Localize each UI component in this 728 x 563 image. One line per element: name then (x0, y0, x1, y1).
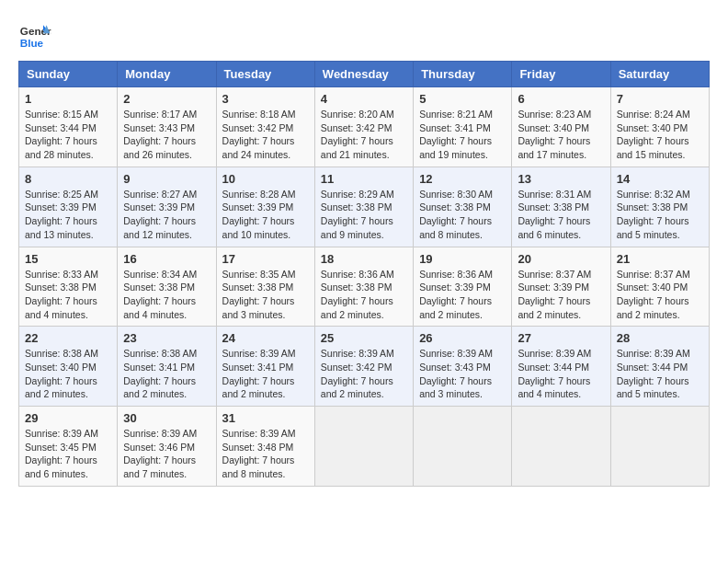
calendar-cell: 22Sunrise: 8:38 AMSunset: 3:40 PMDayligh… (19, 327, 118, 407)
calendar-cell: 13Sunrise: 8:31 AMSunset: 3:38 PMDayligh… (512, 167, 610, 247)
header-day-monday: Monday (118, 62, 216, 87)
calendar-cell: 30Sunrise: 8:39 AMSunset: 3:46 PMDayligh… (118, 407, 216, 487)
day-number: 21 (617, 252, 703, 266)
calendar-cell: 19Sunrise: 8:36 AMSunset: 3:39 PMDayligh… (414, 247, 512, 327)
cell-info: Sunrise: 8:39 AMSunset: 3:42 PMDaylight:… (321, 347, 407, 401)
calendar-cell: 17Sunrise: 8:35 AMSunset: 3:38 PMDayligh… (216, 247, 314, 327)
day-number: 13 (518, 172, 604, 186)
calendar-table: SundayMondayTuesdayWednesdayThursdayFrid… (18, 61, 710, 487)
week-row-4: 22Sunrise: 8:38 AMSunset: 3:40 PMDayligh… (19, 327, 710, 407)
calendar-cell: 7Sunrise: 8:24 AMSunset: 3:40 PMDaylight… (610, 87, 709, 167)
cell-info: Sunrise: 8:35 AMSunset: 3:38 PMDaylight:… (222, 268, 309, 322)
day-number: 16 (123, 252, 210, 266)
day-number: 22 (25, 331, 111, 345)
calendar-cell: 2Sunrise: 8:17 AMSunset: 3:43 PMDaylight… (118, 87, 216, 167)
day-number: 1 (25, 92, 111, 106)
calendar-cell: 9Sunrise: 8:27 AMSunset: 3:39 PMDaylight… (118, 167, 216, 247)
cell-info: Sunrise: 8:25 AMSunset: 3:39 PMDaylight:… (25, 188, 111, 242)
cell-info: Sunrise: 8:23 AMSunset: 3:40 PMDaylight:… (518, 108, 604, 162)
day-number: 30 (123, 411, 210, 425)
calendar-cell: 5Sunrise: 8:21 AMSunset: 3:41 PMDaylight… (414, 87, 512, 167)
cell-info: Sunrise: 8:31 AMSunset: 3:38 PMDaylight:… (518, 188, 604, 242)
day-number: 7 (617, 92, 703, 106)
week-row-1: 1Sunrise: 8:15 AMSunset: 3:44 PMDaylight… (19, 87, 710, 167)
cell-info: Sunrise: 8:28 AMSunset: 3:39 PMDaylight:… (222, 188, 309, 242)
calendar-cell (414, 407, 512, 487)
cell-info: Sunrise: 8:32 AMSunset: 3:38 PMDaylight:… (617, 188, 703, 242)
logo-icon: General Blue (18, 18, 51, 52)
day-number: 18 (321, 252, 407, 266)
week-row-2: 8Sunrise: 8:25 AMSunset: 3:39 PMDaylight… (19, 167, 710, 247)
calendar-cell: 11Sunrise: 8:29 AMSunset: 3:38 PMDayligh… (314, 167, 413, 247)
day-number: 28 (617, 331, 703, 345)
day-number: 19 (419, 252, 506, 266)
day-number: 2 (123, 92, 210, 106)
cell-info: Sunrise: 8:20 AMSunset: 3:42 PMDaylight:… (321, 108, 407, 162)
day-number: 11 (321, 172, 407, 186)
cell-info: Sunrise: 8:39 AMSunset: 3:41 PMDaylight:… (222, 347, 309, 401)
day-number: 23 (123, 331, 210, 345)
calendar-cell: 29Sunrise: 8:39 AMSunset: 3:45 PMDayligh… (19, 407, 118, 487)
calendar-cell: 27Sunrise: 8:39 AMSunset: 3:44 PMDayligh… (512, 327, 610, 407)
header-day-friday: Friday (512, 62, 610, 87)
cell-info: Sunrise: 8:30 AMSunset: 3:38 PMDaylight:… (419, 188, 506, 242)
calendar-cell: 3Sunrise: 8:18 AMSunset: 3:42 PMDaylight… (216, 87, 314, 167)
calendar-cell (314, 407, 413, 487)
calendar-cell: 21Sunrise: 8:37 AMSunset: 3:40 PMDayligh… (610, 247, 709, 327)
day-number: 9 (123, 172, 210, 186)
cell-info: Sunrise: 8:27 AMSunset: 3:39 PMDaylight:… (123, 188, 210, 242)
calendar-cell: 8Sunrise: 8:25 AMSunset: 3:39 PMDaylight… (19, 167, 118, 247)
day-number: 15 (25, 252, 111, 266)
day-number: 8 (25, 172, 111, 186)
cell-info: Sunrise: 8:34 AMSunset: 3:38 PMDaylight:… (123, 268, 210, 322)
day-number: 26 (419, 331, 506, 345)
cell-info: Sunrise: 8:37 AMSunset: 3:39 PMDaylight:… (518, 268, 604, 322)
calendar-cell: 1Sunrise: 8:15 AMSunset: 3:44 PMDaylight… (19, 87, 118, 167)
cell-info: Sunrise: 8:36 AMSunset: 3:38 PMDaylight:… (321, 268, 407, 322)
calendar-cell: 24Sunrise: 8:39 AMSunset: 3:41 PMDayligh… (216, 327, 314, 407)
day-number: 17 (222, 252, 309, 266)
day-number: 20 (518, 252, 604, 266)
cell-info: Sunrise: 8:39 AMSunset: 3:46 PMDaylight:… (123, 427, 210, 481)
day-number: 12 (419, 172, 506, 186)
cell-info: Sunrise: 8:38 AMSunset: 3:41 PMDaylight:… (123, 347, 210, 401)
week-row-3: 15Sunrise: 8:33 AMSunset: 3:38 PMDayligh… (19, 247, 710, 327)
cell-info: Sunrise: 8:21 AMSunset: 3:41 PMDaylight:… (419, 108, 506, 162)
calendar-cell: 15Sunrise: 8:33 AMSunset: 3:38 PMDayligh… (19, 247, 118, 327)
day-number: 24 (222, 331, 309, 345)
cell-info: Sunrise: 8:29 AMSunset: 3:38 PMDaylight:… (321, 188, 407, 242)
header-day-saturday: Saturday (610, 62, 709, 87)
day-number: 25 (321, 331, 407, 345)
calendar-cell: 6Sunrise: 8:23 AMSunset: 3:40 PMDaylight… (512, 87, 610, 167)
cell-info: Sunrise: 8:39 AMSunset: 3:44 PMDaylight:… (518, 347, 604, 401)
day-number: 31 (222, 411, 309, 425)
cell-info: Sunrise: 8:17 AMSunset: 3:43 PMDaylight:… (123, 108, 210, 162)
header-day-tuesday: Tuesday (216, 62, 314, 87)
calendar-cell: 25Sunrise: 8:39 AMSunset: 3:42 PMDayligh… (314, 327, 413, 407)
calendar-cell: 4Sunrise: 8:20 AMSunset: 3:42 PMDaylight… (314, 87, 413, 167)
day-number: 5 (419, 92, 506, 106)
calendar-cell: 26Sunrise: 8:39 AMSunset: 3:43 PMDayligh… (414, 327, 512, 407)
cell-info: Sunrise: 8:36 AMSunset: 3:39 PMDaylight:… (419, 268, 506, 322)
header: General Blue (18, 18, 710, 52)
calendar-cell: 31Sunrise: 8:39 AMSunset: 3:48 PMDayligh… (216, 407, 314, 487)
cell-info: Sunrise: 8:24 AMSunset: 3:40 PMDaylight:… (617, 108, 703, 162)
calendar-cell: 10Sunrise: 8:28 AMSunset: 3:39 PMDayligh… (216, 167, 314, 247)
cell-info: Sunrise: 8:39 AMSunset: 3:48 PMDaylight:… (222, 427, 309, 481)
cell-info: Sunrise: 8:15 AMSunset: 3:44 PMDaylight:… (25, 108, 111, 162)
calendar-cell: 14Sunrise: 8:32 AMSunset: 3:38 PMDayligh… (610, 167, 709, 247)
calendar-cell (512, 407, 610, 487)
header-day-sunday: Sunday (19, 62, 118, 87)
day-number: 4 (321, 92, 407, 106)
cell-info: Sunrise: 8:38 AMSunset: 3:40 PMDaylight:… (25, 347, 111, 401)
header-row: SundayMondayTuesdayWednesdayThursdayFrid… (19, 62, 710, 87)
calendar-cell: 20Sunrise: 8:37 AMSunset: 3:39 PMDayligh… (512, 247, 610, 327)
day-number: 27 (518, 331, 604, 345)
header-day-thursday: Thursday (414, 62, 512, 87)
calendar-cell: 28Sunrise: 8:39 AMSunset: 3:44 PMDayligh… (610, 327, 709, 407)
cell-info: Sunrise: 8:39 AMSunset: 3:44 PMDaylight:… (617, 347, 703, 401)
calendar-cell: 16Sunrise: 8:34 AMSunset: 3:38 PMDayligh… (118, 247, 216, 327)
calendar-cell: 23Sunrise: 8:38 AMSunset: 3:41 PMDayligh… (118, 327, 216, 407)
calendar-cell: 18Sunrise: 8:36 AMSunset: 3:38 PMDayligh… (314, 247, 413, 327)
day-number: 3 (222, 92, 309, 106)
